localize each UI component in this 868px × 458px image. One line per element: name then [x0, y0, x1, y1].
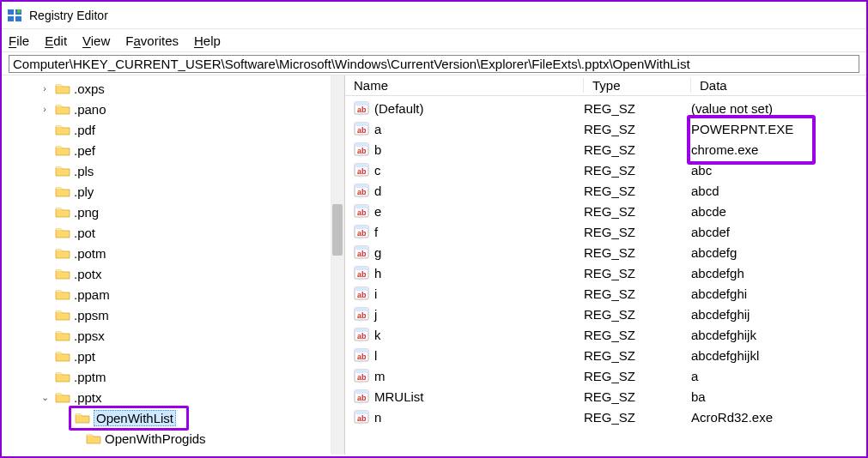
list-row[interactable]: ab bREG_SZchrome.exe: [345, 139, 866, 160]
value-data: ba: [691, 389, 866, 404]
tree-item[interactable]: .ppsm: [38, 304, 344, 325]
folder-icon: [55, 185, 70, 197]
value-name: b: [374, 142, 381, 157]
tree-item[interactable]: .ply: [38, 181, 344, 202]
value-name: i: [374, 286, 377, 301]
value-data: abcdefghi: [691, 286, 866, 301]
string-value-icon: ab: [354, 389, 369, 404]
tree-item[interactable]: .ppam: [38, 284, 344, 304]
column-type-header[interactable]: Type: [584, 78, 691, 93]
tree-item[interactable]: OpenWithList: [38, 407, 344, 428]
menu-file[interactable]: File: [9, 33, 29, 48]
value-type: REG_SZ: [584, 348, 691, 363]
folder-icon: [55, 371, 70, 383]
tree-item[interactable]: .png: [38, 202, 344, 222]
window-title: Registry Editor: [29, 9, 108, 22]
value-data: abc: [691, 163, 866, 178]
menu-view[interactable]: View: [82, 33, 110, 48]
tree-pane: › .oxps› .pano .pdf .pef .pls .ply .png …: [2, 75, 345, 455]
expander-icon[interactable]: ⌄: [38, 392, 52, 403]
string-value-icon: ab: [354, 224, 369, 239]
list-header: Name Type Data: [345, 75, 866, 96]
list-row[interactable]: ab iREG_SZabcdefghi: [345, 283, 866, 304]
svg-text:ab: ab: [357, 414, 367, 423]
string-value-icon: ab: [354, 121, 369, 136]
tree-item[interactable]: .ps1: [38, 449, 344, 455]
menu-help[interactable]: Help: [194, 33, 221, 48]
list-row[interactable]: ab mREG_SZa: [345, 365, 866, 386]
tree-item[interactable]: .potx: [38, 263, 344, 284]
menu-bar: File Edit View Favorites Help: [2, 29, 866, 51]
value-type: REG_SZ: [584, 122, 691, 136]
expander-icon[interactable]: ›: [38, 83, 52, 93]
string-value-icon: ab: [354, 306, 369, 322]
value-data: abcd: [691, 184, 866, 198]
menu-favorites[interactable]: Favorites: [125, 33, 179, 48]
list-row[interactable]: ab dREG_SZabcd: [345, 180, 866, 201]
tree-item[interactable]: ⌄ .pptx: [38, 387, 344, 407]
list-row[interactable]: ab hREG_SZabcdefgh: [345, 262, 866, 283]
folder-icon: [75, 412, 90, 424]
svg-text:ab: ab: [357, 188, 367, 196]
list-row[interactable]: ab lREG_SZabcdefghijkl: [345, 345, 866, 365]
scrollbar-vertical[interactable]: [331, 75, 344, 455]
tree-item[interactable]: .pot: [38, 222, 344, 243]
list-row[interactable]: ab MRUListREG_SZba: [345, 386, 866, 407]
svg-rect-0: [8, 9, 14, 15]
value-type: REG_SZ: [584, 410, 691, 425]
folder-icon: [55, 165, 70, 177]
svg-text:ab: ab: [357, 229, 367, 238]
value-data: abcdefg: [691, 245, 866, 260]
list-row[interactable]: ab (Default)REG_SZ(value not set): [345, 98, 866, 118]
value-name: k: [374, 328, 381, 342]
folder-icon: [86, 432, 101, 444]
value-name: n: [374, 410, 381, 425]
tree-item[interactable]: .potm: [38, 243, 344, 263]
tree-item[interactable]: .pls: [38, 160, 344, 181]
string-value-icon: ab: [354, 244, 369, 260]
svg-text:ab: ab: [357, 167, 367, 176]
value-name: j: [374, 307, 377, 322]
tree-item[interactable]: .pef: [38, 140, 344, 160]
folder-icon: [55, 288, 70, 300]
address-input[interactable]: Computer\HKEY_CURRENT_USER\Software\Micr…: [9, 55, 859, 73]
value-data: abcdefghijk: [691, 328, 866, 342]
expander-icon[interactable]: ›: [38, 104, 52, 114]
list-row[interactable]: ab aREG_SZPOWERPNT.EXE: [345, 118, 866, 139]
svg-rect-2: [8, 16, 14, 21]
tree-item[interactable]: .ppt: [38, 346, 344, 366]
tree-item[interactable]: › .pano: [38, 99, 344, 119]
svg-text:ab: ab: [357, 394, 367, 402]
list-row[interactable]: ab nREG_SZAcroRd32.exe: [345, 407, 866, 427]
folder-icon: [55, 226, 70, 238]
value-type: REG_SZ: [584, 389, 691, 404]
svg-text:ab: ab: [357, 311, 367, 320]
value-data: POWERPNT.EXE: [691, 122, 866, 136]
value-name: (Default): [374, 101, 424, 116]
list-row[interactable]: ab gREG_SZabcdefg: [345, 242, 866, 262]
string-value-icon: ab: [354, 162, 369, 178]
scrollbar-thumb[interactable]: [332, 204, 343, 256]
folder-icon: [55, 268, 70, 280]
tree-item[interactable]: .ppsx: [38, 325, 344, 346]
tree-item[interactable]: .pptm: [38, 366, 344, 387]
tree-item[interactable]: .pdf: [38, 119, 344, 140]
list-row[interactable]: ab cREG_SZabc: [345, 160, 866, 180]
tree-item[interactable]: › .oxps: [38, 78, 344, 99]
value-name: a: [374, 122, 381, 136]
value-data: (value not set): [691, 101, 866, 116]
list-row[interactable]: ab jREG_SZabcdefghij: [345, 304, 866, 324]
menu-edit[interactable]: Edit: [45, 33, 67, 48]
string-value-icon: ab: [354, 368, 369, 383]
value-name: m: [374, 369, 385, 383]
list-row[interactable]: ab eREG_SZabcde: [345, 201, 866, 221]
folder-icon: [55, 124, 70, 136]
value-data: a: [691, 369, 866, 383]
column-name-header[interactable]: Name: [345, 78, 584, 93]
list-row[interactable]: ab kREG_SZabcdefghijk: [345, 324, 866, 345]
list-row[interactable]: ab fREG_SZabcdef: [345, 221, 866, 242]
tree-item[interactable]: OpenWithProgids: [38, 428, 344, 449]
column-data-header[interactable]: Data: [691, 78, 866, 93]
string-value-icon: ab: [354, 203, 369, 219]
value-data: AcroRd32.exe: [691, 410, 866, 425]
